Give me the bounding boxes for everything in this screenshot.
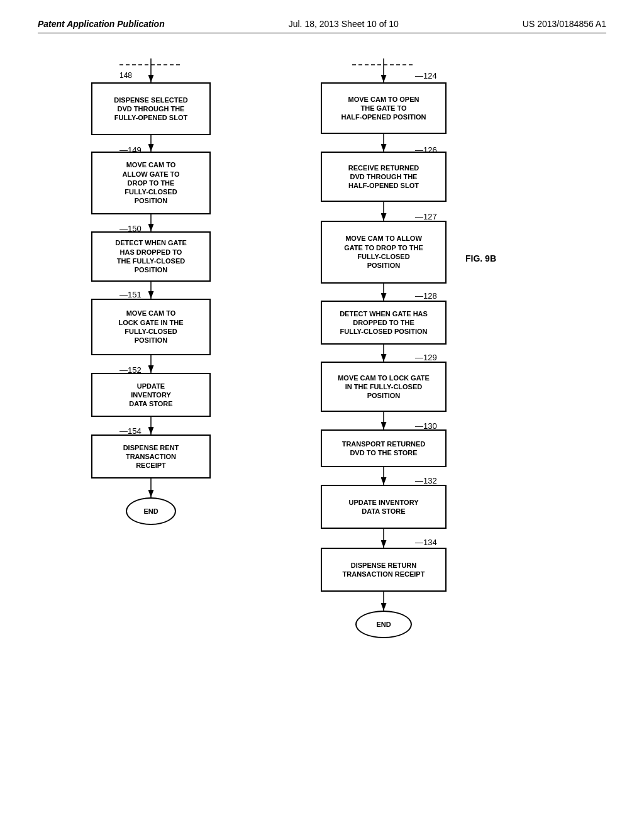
box-126: RECEIVE RETURNED DVD THROUGH THE HALF-OP… [321, 152, 447, 202]
box-130: TRANSPORT RETURNED DVD TO THE STORE [321, 429, 447, 467]
header-patent-number: US 2013/0184856 A1 [523, 19, 606, 29]
page: Patent Application Publication Jul. 18, … [0, 0, 644, 830]
page-header: Patent Application Publication Jul. 18, … [38, 19, 606, 33]
ref-148: 148 [119, 71, 132, 80]
header-date-sheet: Jul. 18, 2013 Sheet 10 of 10 [289, 19, 399, 29]
ref-128: —128 [415, 291, 437, 301]
box-128: DETECT WHEN GATE HAS DROPPED TO THE FULL… [321, 301, 447, 345]
box-129: MOVE CAM TO LOCK GATE IN THE FULLY-CLOSE… [321, 362, 447, 412]
ref-132: —132 [415, 476, 437, 485]
box-151: MOVE CAM TO LOCK GATE IN THE FULLY-CLOSE… [91, 299, 211, 355]
ref-127: —127 [415, 212, 437, 221]
box-150: DETECT WHEN GATE HAS DROPPED TO THE FULL… [91, 231, 211, 282]
box-134: DISPENSE RETURN TRANSACTION RECEIPT [321, 548, 447, 592]
ref-151: —151 [119, 290, 142, 299]
box-124: MOVE CAM TO OPEN THE GATE TO HALF-OPENED… [321, 82, 447, 134]
fig-label: FIG. 9B [465, 253, 496, 263]
box-127: MOVE CAM TO ALLOW GATE TO DROP TO THE FU… [321, 221, 447, 284]
ref-134: —134 [415, 538, 437, 547]
box-132: UPDATE INVENTORY DATA STORE [321, 485, 447, 529]
box-149: MOVE CAM TO ALLOW GATE TO DROP TO THE FU… [91, 152, 211, 214]
end-oval-left: END [126, 497, 176, 525]
end-oval-right: END [355, 611, 412, 638]
diagram-area: 148 DISPENSE SELECTED DVD THROUGH THE FU… [38, 58, 606, 750]
ref-124: —124 [415, 71, 437, 80]
box-152: UPDATE INVENTORY DATA STORE [91, 373, 211, 417]
ref-129: —129 [415, 353, 437, 362]
box-148: DISPENSE SELECTED DVD THROUGH THE FULLY-… [91, 82, 211, 135]
header-publication-label: Patent Application Publication [38, 19, 165, 29]
box-154: DISPENSE RENT TRANSACTION RECEIPT [91, 434, 211, 479]
